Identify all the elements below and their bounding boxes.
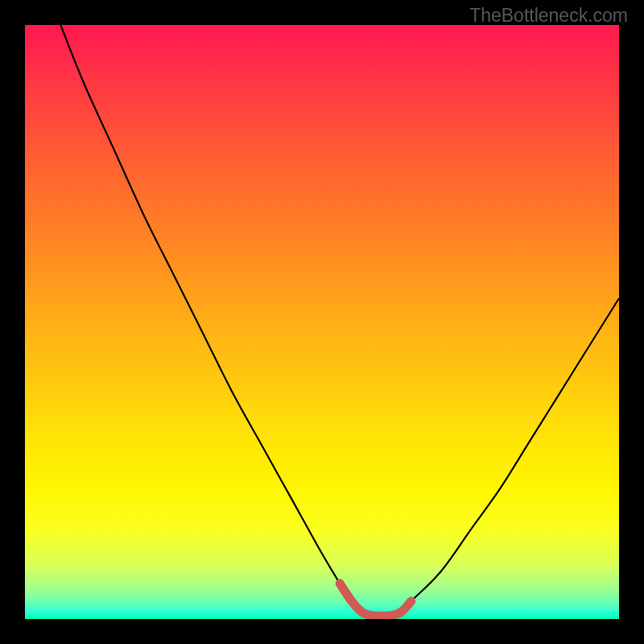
- optimal-zone-highlight: [340, 584, 411, 617]
- watermark-text: TheBottleneck.com: [469, 5, 628, 27]
- bottleneck-curve-line: [60, 25, 619, 616]
- gradient-plot-background: [25, 25, 619, 619]
- chart-svg: [25, 25, 619, 619]
